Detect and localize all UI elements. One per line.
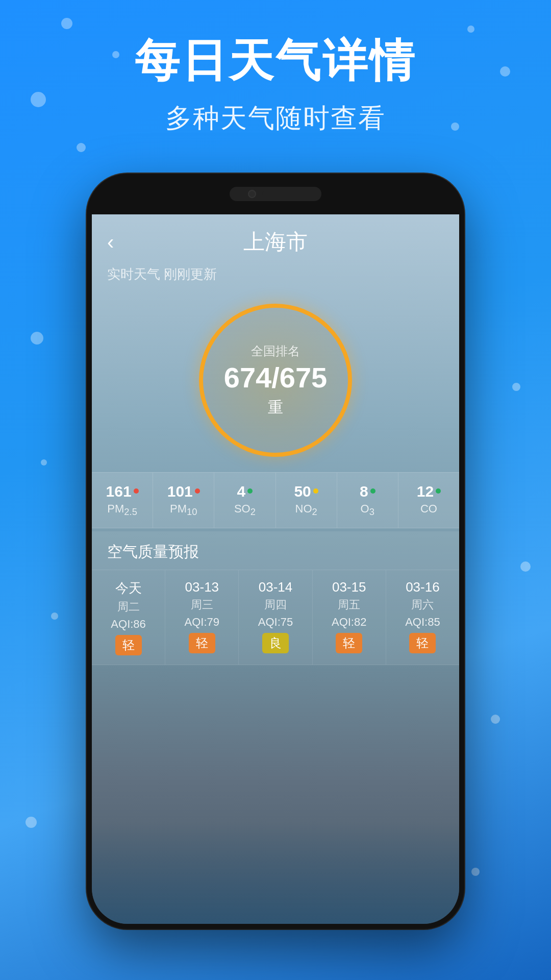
- forecast-date: 03-16: [406, 579, 440, 595]
- forecast-aqi: AQI:85: [405, 616, 440, 629]
- bg-dot: [520, 561, 531, 572]
- pm10-label: PM10: [170, 502, 197, 518]
- update-text: 实时天气 刚刚更新: [92, 261, 459, 293]
- forecast-section: 空气质量预报 今天 周二 AQI:86 轻 03-13 周三 AQI:79 轻 …: [92, 531, 459, 665]
- pollutant-pm10: 101 PM10: [153, 473, 214, 528]
- notch-bar: [230, 187, 321, 201]
- forecast-badge: 轻: [409, 633, 436, 653]
- pm25-dot: [134, 488, 139, 494]
- aqi-circle: 全国排名 674/675 重: [199, 304, 352, 457]
- aqi-level-text: 重: [268, 397, 283, 418]
- pollutant-pm25: 161 PM2.5: [92, 473, 153, 528]
- phone-outer: ‹ 上海市 实时天气 刚刚更新 全国排名 674/675 重 161: [87, 174, 464, 929]
- pollutant-o3: 8 O3: [337, 473, 398, 528]
- pollutant-value-row: 101: [167, 483, 200, 500]
- pollutant-value-row: 161: [106, 483, 139, 500]
- phone-screen: ‹ 上海市 实时天气 刚刚更新 全国排名 674/675 重 161: [92, 212, 459, 924]
- pm25-value: 161: [106, 483, 132, 500]
- forecast-aqi: AQI:86: [111, 618, 145, 631]
- pollutant-value-row: 4: [237, 483, 253, 500]
- pm10-value: 101: [167, 483, 193, 500]
- pollutant-so2: 4 SO2: [214, 473, 276, 528]
- forecast-aqi: AQI:82: [332, 616, 366, 629]
- forecast-row: 今天 周二 AQI:86 轻 03-13 周三 AQI:79 轻 03-14 周…: [92, 570, 459, 665]
- city-name: 上海市: [243, 228, 308, 256]
- o3-value: 8: [360, 483, 368, 500]
- forecast-col-2: 03-14 周四 AQI:75 良: [239, 570, 312, 665]
- hero-subtitle: 多种天气随时查看: [0, 101, 551, 136]
- bg-dot: [491, 715, 500, 724]
- bg-dot: [61, 18, 72, 29]
- forecast-date: 03-13: [185, 579, 219, 595]
- forecast-badge: 轻: [115, 635, 142, 655]
- bg-dot: [26, 817, 37, 828]
- pm10-dot: [195, 488, 200, 494]
- so2-label: SO2: [234, 502, 256, 518]
- forecast-weekday: 周三: [191, 597, 213, 612]
- bg-dot: [31, 332, 43, 345]
- bg-dot: [471, 868, 480, 876]
- camera-icon: [248, 190, 256, 198]
- bg-dot: [51, 612, 58, 620]
- forecast-aqi: AQI:79: [185, 616, 219, 629]
- co-label: CO: [420, 502, 437, 516]
- pollutant-no2: 50 NO2: [276, 473, 337, 528]
- forecast-col-3: 03-15 周五 AQI:82 轻: [313, 570, 386, 665]
- forecast-col-4: 03-16 周六 AQI:85 轻: [386, 570, 459, 665]
- o3-label: O3: [361, 502, 374, 518]
- forecast-date: 今天: [115, 579, 142, 597]
- forecast-title: 空气质量预报: [92, 531, 459, 570]
- forecast-weekday: 周二: [117, 599, 140, 615]
- hero-text-section: 每日天气详情 多种天气随时查看: [0, 31, 551, 136]
- forecast-badge: 轻: [336, 633, 362, 653]
- forecast-date: 03-15: [332, 579, 366, 595]
- forecast-weekday: 周六: [411, 597, 434, 612]
- co-dot: [436, 488, 441, 494]
- forecast-col-1: 03-13 周三 AQI:79 轻: [165, 570, 239, 665]
- pm25-label: PM2.5: [107, 502, 137, 518]
- bg-dot: [512, 383, 520, 391]
- bg-dot: [77, 143, 86, 152]
- pollutants-row: 161 PM2.5 101 PM10 4: [92, 472, 459, 528]
- forecast-weekday: 周四: [264, 597, 287, 612]
- phone-notch: [87, 174, 464, 214]
- no2-label: NO2: [295, 502, 317, 518]
- forecast-badge: 良: [262, 633, 289, 653]
- wave-bottom: [92, 822, 459, 924]
- pollutant-value-row: 12: [417, 483, 441, 500]
- forecast-aqi: AQI:75: [258, 616, 293, 629]
- forecast-date: 03-14: [259, 579, 293, 595]
- rank-value: 674/675: [224, 363, 327, 392]
- bg-dot: [41, 459, 47, 465]
- phone-mockup: ‹ 上海市 实时天气 刚刚更新 全国排名 674/675 重 161: [87, 174, 464, 929]
- hero-title: 每日天气详情: [0, 31, 551, 91]
- aqi-circle-section: 全国排名 674/675 重: [92, 293, 459, 472]
- forecast-badge: 轻: [189, 633, 215, 653]
- pollutant-value-row: 8: [360, 483, 375, 500]
- so2-dot: [247, 488, 253, 494]
- so2-value: 4: [237, 483, 246, 500]
- app-header: ‹ 上海市: [92, 212, 459, 261]
- pollutant-value-row: 50: [294, 483, 318, 500]
- rank-label: 全国排名: [251, 343, 300, 359]
- no2-value: 50: [294, 483, 311, 500]
- o3-dot: [370, 488, 375, 494]
- co-value: 12: [417, 483, 434, 500]
- forecast-weekday: 周五: [338, 597, 360, 612]
- pollutant-co: 12 CO: [398, 473, 459, 528]
- forecast-col-0: 今天 周二 AQI:86 轻: [92, 570, 165, 665]
- speaker-icon: [262, 191, 303, 197]
- no2-dot: [313, 488, 318, 494]
- back-button[interactable]: ‹: [107, 231, 114, 254]
